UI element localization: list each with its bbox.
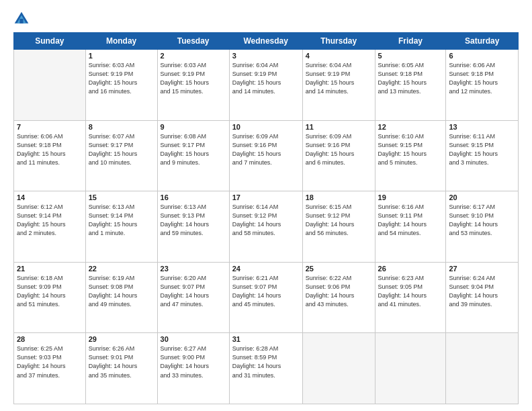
day-info: Sunrise: 6:10 AM Sunset: 9:15 PM Dayligh…	[378, 132, 443, 167]
logo-icon	[13, 11, 30, 27]
day-number: 15	[89, 193, 154, 201]
day-cell	[14, 50, 86, 121]
day-cell	[302, 333, 375, 404]
day-number: 5	[378, 52, 443, 60]
day-cell: 7Sunrise: 6:06 AM Sunset: 9:18 PM Daylig…	[14, 120, 86, 191]
day-info: Sunrise: 6:11 AM Sunset: 9:15 PM Dayligh…	[449, 132, 515, 167]
day-number: 25	[306, 265, 372, 273]
day-info: Sunrise: 6:24 AM Sunset: 9:04 PM Dayligh…	[449, 274, 515, 309]
day-cell: 1Sunrise: 6:03 AM Sunset: 9:19 PM Daylig…	[85, 50, 157, 121]
day-number: 31	[232, 335, 300, 343]
header-cell-friday: Friday	[375, 33, 446, 50]
day-cell: 20Sunrise: 6:17 AM Sunset: 9:10 PM Dayli…	[446, 191, 519, 263]
day-cell: 8Sunrise: 6:07 AM Sunset: 9:17 PM Daylig…	[85, 120, 157, 191]
day-number: 11	[306, 123, 372, 131]
day-cell: 28Sunrise: 6:25 AM Sunset: 9:03 PM Dayli…	[14, 333, 86, 404]
day-cell: 14Sunrise: 6:12 AM Sunset: 9:14 PM Dayli…	[14, 191, 86, 263]
day-number: 29	[89, 335, 154, 343]
day-info: Sunrise: 6:23 AM Sunset: 9:05 PM Dayligh…	[378, 274, 443, 309]
day-info: Sunrise: 6:07 AM Sunset: 9:17 PM Dayligh…	[89, 132, 154, 167]
svg-rect-2	[19, 19, 23, 24]
day-cell: 18Sunrise: 6:15 AM Sunset: 9:12 PM Dayli…	[302, 191, 375, 263]
header-cell-saturday: Saturday	[446, 33, 519, 50]
day-cell: 30Sunrise: 6:27 AM Sunset: 9:00 PM Dayli…	[157, 333, 229, 404]
day-cell: 9Sunrise: 6:08 AM Sunset: 9:17 PM Daylig…	[157, 120, 229, 191]
day-cell: 6Sunrise: 6:06 AM Sunset: 9:18 PM Daylig…	[446, 50, 519, 121]
day-info: Sunrise: 6:08 AM Sunset: 9:17 PM Dayligh…	[161, 132, 226, 167]
day-cell	[375, 333, 446, 404]
day-cell: 4Sunrise: 6:04 AM Sunset: 9:19 PM Daylig…	[302, 50, 375, 121]
day-number: 22	[89, 265, 154, 273]
day-number: 8	[89, 123, 154, 131]
day-number: 13	[449, 123, 515, 131]
day-cell: 17Sunrise: 6:14 AM Sunset: 9:12 PM Dayli…	[229, 191, 302, 263]
week-row-3: 14Sunrise: 6:12 AM Sunset: 9:14 PM Dayli…	[14, 191, 519, 263]
day-number: 6	[449, 52, 515, 60]
day-number: 2	[161, 52, 226, 60]
day-cell: 21Sunrise: 6:18 AM Sunset: 9:09 PM Dayli…	[14, 262, 86, 333]
day-info: Sunrise: 6:06 AM Sunset: 9:18 PM Dayligh…	[449, 61, 515, 96]
day-info: Sunrise: 6:03 AM Sunset: 9:19 PM Dayligh…	[161, 61, 226, 96]
day-info: Sunrise: 6:18 AM Sunset: 9:09 PM Dayligh…	[17, 274, 83, 309]
day-number: 16	[161, 193, 226, 201]
day-cell: 10Sunrise: 6:09 AM Sunset: 9:16 PM Dayli…	[229, 120, 302, 191]
day-info: Sunrise: 6:13 AM Sunset: 9:14 PM Dayligh…	[89, 203, 154, 238]
day-info: Sunrise: 6:27 AM Sunset: 9:00 PM Dayligh…	[161, 345, 226, 379]
day-info: Sunrise: 6:17 AM Sunset: 9:10 PM Dayligh…	[449, 203, 515, 238]
day-cell: 31Sunrise: 6:28 AM Sunset: 8:59 PM Dayli…	[229, 333, 302, 404]
logo	[13, 11, 32, 27]
day-cell: 13Sunrise: 6:11 AM Sunset: 9:15 PM Dayli…	[446, 120, 519, 191]
day-cell: 22Sunrise: 6:19 AM Sunset: 9:08 PM Dayli…	[85, 262, 157, 333]
day-cell: 5Sunrise: 6:05 AM Sunset: 9:18 PM Daylig…	[375, 50, 446, 121]
week-row-1: 1Sunrise: 6:03 AM Sunset: 9:19 PM Daylig…	[14, 50, 519, 121]
day-info: Sunrise: 6:21 AM Sunset: 9:07 PM Dayligh…	[232, 274, 300, 309]
day-info: Sunrise: 6:28 AM Sunset: 8:59 PM Dayligh…	[232, 345, 300, 379]
day-number: 9	[161, 123, 226, 131]
day-number: 30	[161, 335, 226, 343]
day-info: Sunrise: 6:09 AM Sunset: 9:16 PM Dayligh…	[232, 132, 300, 167]
day-info: Sunrise: 6:20 AM Sunset: 9:07 PM Dayligh…	[161, 274, 226, 309]
day-number: 7	[17, 123, 83, 131]
day-cell: 2Sunrise: 6:03 AM Sunset: 9:19 PM Daylig…	[157, 50, 229, 121]
day-number: 27	[449, 265, 515, 273]
day-info: Sunrise: 6:04 AM Sunset: 9:19 PM Dayligh…	[232, 61, 300, 96]
day-cell: 19Sunrise: 6:16 AM Sunset: 9:11 PM Dayli…	[375, 191, 446, 263]
day-info: Sunrise: 6:05 AM Sunset: 9:18 PM Dayligh…	[378, 61, 443, 96]
day-cell: 27Sunrise: 6:24 AM Sunset: 9:04 PM Dayli…	[446, 262, 519, 333]
week-row-2: 7Sunrise: 6:06 AM Sunset: 9:18 PM Daylig…	[14, 120, 519, 191]
day-info: Sunrise: 6:15 AM Sunset: 9:12 PM Dayligh…	[306, 203, 372, 238]
day-cell: 3Sunrise: 6:04 AM Sunset: 9:19 PM Daylig…	[229, 50, 302, 121]
day-info: Sunrise: 6:03 AM Sunset: 9:19 PM Dayligh…	[89, 61, 154, 96]
header-cell-tuesday: Tuesday	[157, 33, 229, 50]
day-info: Sunrise: 6:06 AM Sunset: 9:18 PM Dayligh…	[17, 132, 83, 167]
day-info: Sunrise: 6:04 AM Sunset: 9:19 PM Dayligh…	[306, 61, 372, 96]
day-cell: 12Sunrise: 6:10 AM Sunset: 9:15 PM Dayli…	[375, 120, 446, 191]
page: SundayMondayTuesdayWednesdayThursdayFrid…	[0, 0, 532, 411]
day-info: Sunrise: 6:26 AM Sunset: 9:01 PM Dayligh…	[89, 345, 154, 379]
calendar-table: SundayMondayTuesdayWednesdayThursdayFrid…	[13, 32, 519, 404]
day-number: 24	[232, 265, 300, 273]
header-cell-thursday: Thursday	[302, 33, 375, 50]
day-cell: 25Sunrise: 6:22 AM Sunset: 9:06 PM Dayli…	[302, 262, 375, 333]
day-cell: 23Sunrise: 6:20 AM Sunset: 9:07 PM Dayli…	[157, 262, 229, 333]
day-number: 1	[89, 52, 154, 60]
header-cell-wednesday: Wednesday	[229, 33, 302, 50]
day-number: 19	[378, 193, 443, 201]
day-cell: 11Sunrise: 6:09 AM Sunset: 9:16 PM Dayli…	[302, 120, 375, 191]
day-cell: 15Sunrise: 6:13 AM Sunset: 9:14 PM Dayli…	[85, 191, 157, 263]
day-info: Sunrise: 6:13 AM Sunset: 9:13 PM Dayligh…	[161, 203, 226, 238]
day-cell: 16Sunrise: 6:13 AM Sunset: 9:13 PM Dayli…	[157, 191, 229, 263]
day-number: 20	[449, 193, 515, 201]
week-row-5: 28Sunrise: 6:25 AM Sunset: 9:03 PM Dayli…	[14, 333, 519, 404]
day-info: Sunrise: 6:22 AM Sunset: 9:06 PM Dayligh…	[306, 274, 372, 309]
day-number: 18	[306, 193, 372, 201]
day-number: 26	[378, 265, 443, 273]
day-cell: 26Sunrise: 6:23 AM Sunset: 9:05 PM Dayli…	[375, 262, 446, 333]
day-info: Sunrise: 6:19 AM Sunset: 9:08 PM Dayligh…	[89, 274, 154, 309]
day-number: 10	[232, 123, 300, 131]
day-number: 17	[232, 193, 300, 201]
header-cell-monday: Monday	[85, 33, 157, 50]
day-number: 4	[306, 52, 372, 60]
day-number: 23	[161, 265, 226, 273]
day-number: 3	[232, 52, 300, 60]
